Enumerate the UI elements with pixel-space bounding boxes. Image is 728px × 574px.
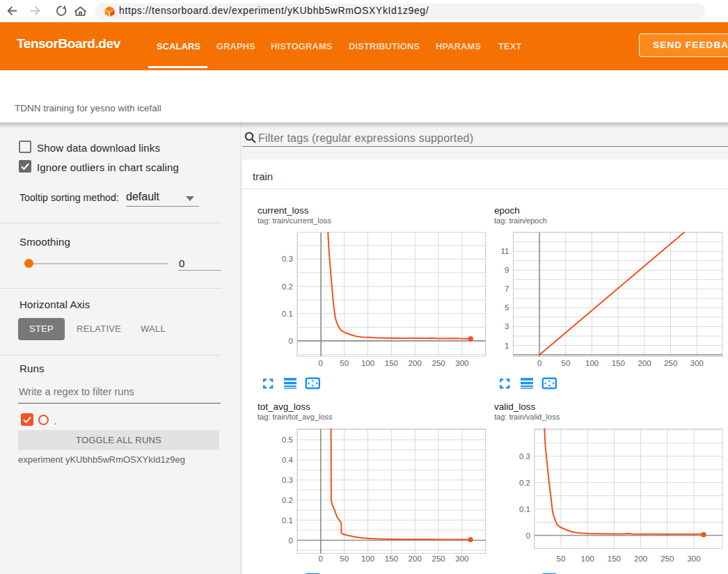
svg-text:0.2: 0.2 [282, 496, 293, 504]
svg-text:0: 0 [289, 536, 293, 545]
svg-text:0.2: 0.2 [282, 282, 293, 291]
svg-text:150: 150 [612, 359, 625, 367]
svg-text:100: 100 [361, 359, 374, 367]
svg-text:0: 0 [526, 532, 530, 540]
svg-text:3: 3 [505, 322, 509, 330]
svg-text:200: 200 [409, 555, 422, 563]
svg-text:9: 9 [505, 266, 509, 274]
svg-text:50: 50 [340, 359, 349, 367]
svg-text:150: 150 [385, 555, 398, 563]
svg-text:0.1: 0.1 [282, 516, 293, 525]
svg-text:0.1: 0.1 [519, 505, 530, 513]
svg-text:150: 150 [608, 555, 621, 563]
svg-text:11: 11 [501, 247, 509, 255]
svg-text:0.3: 0.3 [519, 452, 530, 461]
svg-text:0.4: 0.4 [282, 456, 294, 464]
svg-text:250: 250 [660, 555, 674, 563]
svg-text:0.2: 0.2 [519, 479, 530, 487]
svg-text:0.3: 0.3 [282, 476, 293, 484]
svg-text:300: 300 [455, 359, 468, 367]
svg-text:300: 300 [455, 555, 468, 563]
svg-text:50: 50 [340, 555, 349, 563]
svg-text:300: 300 [690, 359, 704, 367]
svg-text:7: 7 [505, 285, 509, 293]
svg-text:300: 300 [687, 555, 700, 563]
svg-text:100: 100 [361, 555, 374, 563]
svg-text:0.5: 0.5 [282, 436, 293, 444]
svg-text:0: 0 [289, 337, 293, 345]
svg-text:150: 150 [385, 359, 398, 367]
svg-text:250: 250 [432, 555, 445, 563]
svg-text:0.3: 0.3 [282, 255, 293, 263]
svg-text:250: 250 [432, 359, 445, 367]
svg-text:0.1: 0.1 [282, 310, 293, 318]
svg-text:200: 200 [634, 555, 647, 563]
svg-text:100: 100 [581, 555, 594, 563]
svg-text:0: 0 [319, 359, 323, 367]
svg-text:0: 0 [319, 555, 323, 563]
svg-text:0: 0 [537, 359, 541, 367]
svg-text:200: 200 [409, 359, 422, 367]
svg-text:1: 1 [505, 342, 509, 350]
svg-text:100: 100 [585, 359, 599, 367]
svg-text:200: 200 [638, 359, 651, 367]
svg-text:50: 50 [557, 555, 566, 563]
svg-text:250: 250 [664, 359, 677, 367]
svg-text:5: 5 [505, 303, 509, 312]
svg-text:50: 50 [562, 359, 571, 367]
